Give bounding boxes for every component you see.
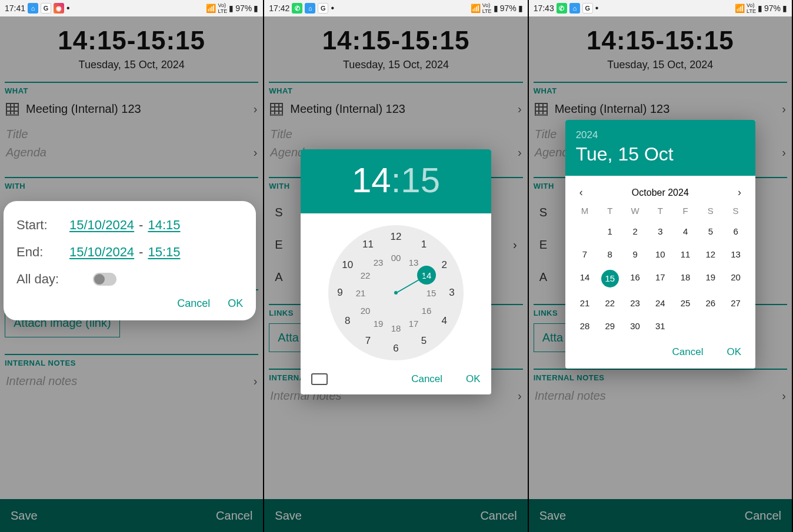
calendar-day[interactable]: 10: [648, 247, 673, 262]
more-dot-icon: •: [595, 4, 599, 13]
status-bar: 17:43 ✆ ⌂ G • 📶 Vo)LTE ▮ 97% ▮: [529, 0, 792, 16]
end-label: End:: [16, 245, 69, 260]
status-bar: 17:41 ⌂ G ◉ • 📶 Vo)LTE ▮ 97% ▮: [0, 0, 263, 16]
dialog-ok-button[interactable]: OK: [727, 346, 741, 358]
more-dot-icon: •: [66, 4, 70, 13]
google-icon: G: [41, 3, 51, 14]
calendar-day[interactable]: 24: [648, 296, 673, 310]
clock-hour-18[interactable]: 18: [391, 323, 401, 333]
calendar-day[interactable]: 19: [698, 270, 723, 287]
clock-hour-20[interactable]: 20: [361, 306, 371, 316]
calendar-day[interactable]: 12: [698, 247, 723, 262]
clock-hour-13[interactable]: 13: [409, 257, 419, 267]
app-icon: ⌂: [305, 3, 315, 14]
clock-hour-3[interactable]: 3: [449, 287, 454, 299]
clock-hour-15[interactable]: 15: [427, 288, 437, 298]
dow-header: M: [572, 206, 598, 216]
calendar-day[interactable]: 6: [723, 224, 748, 239]
selected-hour[interactable]: 14: [352, 160, 391, 200]
start-label: Start:: [16, 218, 69, 233]
wifi-icon: 📶: [735, 4, 745, 13]
clock-hour-1[interactable]: 1: [421, 239, 427, 250]
battery-text: 97%: [500, 4, 517, 13]
volte-icon: Vo)LTE: [747, 2, 756, 14]
calendar-day[interactable]: 16: [622, 270, 648, 287]
calendar-day[interactable]: 13: [723, 247, 748, 262]
calendar-day[interactable]: 18: [673, 270, 698, 287]
clock-hour-21[interactable]: 21: [356, 288, 366, 298]
clock-hour-6[interactable]: 6: [393, 343, 398, 354]
status-bar: 17:42 ✆ ⌂ G • 📶 Vo)LTE ▮ 97% ▮: [264, 0, 527, 16]
clock-hour-16[interactable]: 16: [422, 306, 432, 316]
calendar-day[interactable]: 21: [572, 296, 598, 310]
calendar-day[interactable]: 20: [723, 270, 748, 287]
clock-hour-22[interactable]: 22: [361, 270, 371, 280]
start-end-dialog: Start: 15/10/2024 - 14:15 End: 15/10/202…: [4, 201, 256, 320]
calendar-day[interactable]: 25: [673, 296, 698, 310]
calendar-day[interactable]: 7: [572, 247, 598, 262]
app-icon: ⌂: [28, 3, 38, 14]
month-label: October 2024: [632, 188, 689, 198]
clock-hour-8[interactable]: 8: [345, 315, 350, 327]
clock-hour-5[interactable]: 5: [421, 335, 427, 347]
prev-month-button[interactable]: ‹: [576, 184, 587, 201]
start-time-link[interactable]: 14:15: [148, 218, 180, 233]
calendar-day[interactable]: 17: [648, 270, 673, 287]
status-time: 17:43: [534, 4, 554, 13]
calendar-day[interactable]: 30: [622, 319, 648, 333]
phone-1: 17:41 ⌂ G ◉ • 📶 Vo)LTE ▮ 97% ▮ 14:15-15:…: [0, 0, 264, 532]
calendar-day[interactable]: 3: [648, 224, 673, 239]
clock-hour-7[interactable]: 7: [365, 335, 371, 347]
clock-hour-9[interactable]: 9: [337, 287, 342, 299]
dialog-cancel-button[interactable]: Cancel: [177, 297, 210, 310]
clock-face[interactable]: 121234567891011001314151617181920212223: [328, 225, 464, 360]
battery-text: 97%: [764, 4, 781, 13]
end-date-link[interactable]: 15/10/2024: [69, 245, 134, 260]
clock-hour-11[interactable]: 11: [362, 239, 374, 250]
calendar-day[interactable]: 27: [723, 296, 748, 310]
time-picker-dialog: 14:15 1212345678910110013141516171819202…: [301, 149, 491, 394]
clock-hour-17[interactable]: 17: [409, 318, 419, 328]
calendar-day[interactable]: 2: [622, 224, 648, 239]
dialog-cancel-button[interactable]: Cancel: [672, 346, 704, 358]
clock-hour-23[interactable]: 23: [374, 257, 384, 267]
app-icon: ⌂: [569, 3, 580, 14]
calendar-day[interactable]: 1: [597, 224, 622, 239]
calendar-day[interactable]: 26: [698, 296, 723, 310]
calendar-day[interactable]: 5: [698, 224, 723, 239]
dialog-ok-button[interactable]: OK: [466, 373, 481, 385]
clock-hour-4[interactable]: 4: [442, 315, 447, 327]
dow-header: T: [597, 206, 622, 216]
battery-text: 97%: [235, 4, 252, 13]
dialog-ok-button[interactable]: OK: [228, 297, 243, 310]
calendar-day[interactable]: 9: [622, 247, 648, 262]
selected-minute[interactable]: 15: [401, 160, 440, 200]
keyboard-icon[interactable]: [311, 373, 328, 385]
picker-year[interactable]: 2024: [576, 129, 745, 141]
dow-header: S: [723, 206, 748, 216]
clock-hour-10[interactable]: 10: [342, 259, 353, 271]
clock-hour-12[interactable]: 12: [391, 231, 402, 243]
clock-hour-2[interactable]: 2: [442, 259, 447, 271]
calendar-day[interactable]: 14: [572, 270, 598, 287]
calendar-day[interactable]: 4: [673, 224, 698, 239]
calendar-day[interactable]: 29: [597, 319, 622, 333]
dialog-cancel-button[interactable]: Cancel: [411, 373, 442, 385]
start-date-link[interactable]: 15/10/2024: [69, 218, 134, 233]
allday-toggle[interactable]: [93, 273, 116, 286]
whatsapp-icon: ✆: [557, 3, 567, 14]
whatsapp-icon: ✆: [292, 3, 302, 14]
clock-hour-00[interactable]: 00: [391, 253, 401, 263]
calendar-day[interactable]: 22: [597, 296, 622, 310]
calendar-day[interactable]: 11: [673, 247, 698, 262]
phone-2: 17:42 ✆ ⌂ G • 📶 Vo)LTE ▮ 97% ▮ 14:15-15:…: [264, 0, 528, 532]
calendar-day[interactable]: 15: [601, 270, 619, 287]
next-month-button[interactable]: ›: [734, 184, 745, 201]
calendar-day[interactable]: 23: [622, 296, 648, 310]
calendar-day[interactable]: 28: [572, 319, 598, 333]
calendar-day[interactable]: 8: [597, 247, 622, 262]
clock-hour-19[interactable]: 19: [374, 318, 384, 328]
status-time: 17:42: [269, 4, 289, 13]
calendar-day[interactable]: 31: [648, 319, 673, 333]
end-time-link[interactable]: 15:15: [148, 245, 180, 260]
